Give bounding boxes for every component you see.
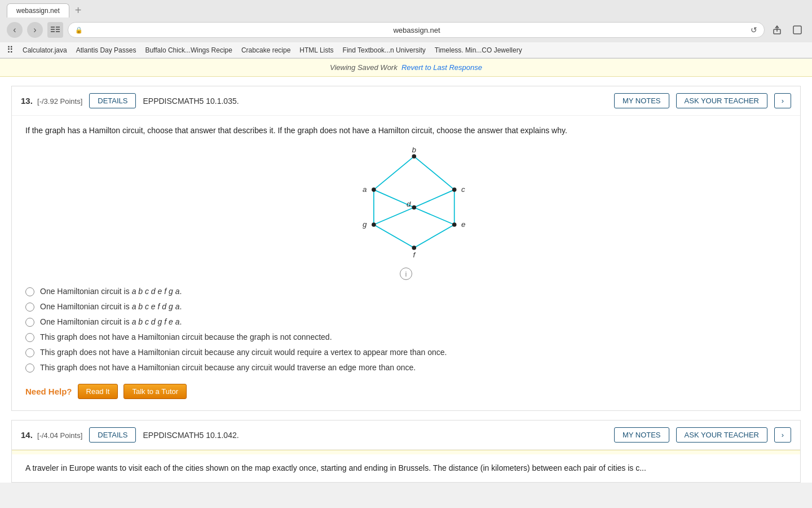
svg-rect-1 — [51, 29, 55, 30]
option-2-label: One Hamiltonian circuit is a b c e f d g… — [40, 302, 182, 311]
bookmark-3[interactable]: Buffalo Chick...Wings Recipe — [145, 46, 232, 54]
question-14-block: 14. [-/4.04 Points] DETAILS EPPDISCMATH5… — [11, 420, 801, 483]
q13-my-notes-button[interactable]: MY NOTES — [614, 93, 669, 108]
q14-body: A traveler in Europe wants to visit each… — [12, 454, 800, 482]
read-it-button[interactable]: Read It — [78, 384, 118, 399]
svg-rect-2 — [51, 31, 55, 32]
q13-number: 13. [-/3.92 Points] — [21, 96, 82, 106]
option-1: One Hamiltonian circuit is a b c d e f g… — [25, 287, 787, 296]
radio-3[interactable] — [25, 318, 34, 327]
radio-2[interactable] — [25, 303, 34, 312]
q13-code: EPPDISCMATH5 10.1.035. — [143, 97, 607, 106]
question-13-block: 13. [-/3.92 Points] DETAILS EPPDISCMATH5… — [11, 86, 801, 411]
svg-point-23 — [372, 222, 376, 227]
grid-icon[interactable]: ⠿ — [7, 45, 14, 55]
svg-text:g: g — [363, 220, 367, 229]
info-icon[interactable]: i — [400, 268, 412, 280]
lock-icon: 🔒 — [75, 27, 83, 34]
svg-line-16 — [414, 190, 454, 207]
option-1-label: One Hamiltonian circuit is a b c d e f g… — [40, 287, 182, 296]
active-tab[interactable]: webassign.net — [7, 3, 69, 17]
svg-line-17 — [374, 208, 414, 225]
bookmark-6[interactable]: Find Textbook...n University — [343, 46, 426, 54]
svg-text:e: e — [461, 220, 465, 229]
q13-body: If the graph has a Hamilton circuit, cho… — [12, 116, 800, 410]
reload-button[interactable]: ↺ — [751, 25, 757, 34]
svg-rect-5 — [56, 31, 60, 32]
option-6-label: This graph does not have a Hamiltonian c… — [40, 363, 416, 372]
q14-ask-teacher-button[interactable]: ASK YOUR TEACHER — [676, 427, 767, 443]
svg-text:d: d — [407, 200, 411, 208]
info-icon-wrap: i — [25, 268, 787, 280]
svg-line-14 — [374, 156, 414, 190]
svg-text:c: c — [461, 185, 465, 194]
fullscreen-button[interactable] — [789, 22, 805, 38]
q14-my-notes-button[interactable]: MY NOTES — [614, 427, 669, 443]
radio-6[interactable] — [25, 364, 34, 373]
graph-container: b a c d g e f — [25, 146, 787, 259]
radio-5[interactable] — [25, 348, 34, 357]
option-6: This graph does not have a Hamiltonian c… — [25, 363, 787, 373]
address-bar[interactable]: 🔒 webassign.net ↺ — [68, 22, 765, 38]
option-3: One Hamiltonian circuit is a b c d g f e… — [25, 317, 787, 327]
svg-point-20 — [372, 187, 376, 192]
forward-button[interactable]: › — [27, 22, 43, 38]
need-help-section: Need Help? Read It Talk to a Tutor — [25, 384, 787, 401]
talk-to-tutor-button[interactable]: Talk to a Tutor — [123, 384, 187, 399]
svg-line-18 — [414, 208, 454, 225]
need-help-label: Need Help? — [25, 387, 72, 396]
svg-point-24 — [452, 222, 457, 227]
add-tab-button[interactable]: + — [70, 4, 86, 17]
q13-extra-button[interactable]: › — [774, 93, 791, 108]
svg-rect-3 — [56, 27, 60, 28]
q14-extra-button[interactable]: › — [774, 427, 791, 443]
svg-point-25 — [412, 246, 416, 250]
q13-ask-teacher-button[interactable]: ASK YOUR TEACHER — [676, 93, 767, 108]
svg-rect-4 — [56, 29, 60, 30]
saved-work-banner: Viewing Saved Work Revert to Last Respon… — [0, 59, 812, 77]
bookmark-7[interactable]: Timeless. Min...CO Jewellery — [435, 46, 522, 54]
q14-yellow-banner — [12, 450, 800, 454]
q14-number: 14. [-/4.04 Points] — [21, 430, 82, 440]
svg-point-19 — [412, 154, 416, 159]
bookmark-5[interactable]: HTML Lists — [299, 46, 333, 54]
option-5-label: This graph does not have a Hamiltonian c… — [40, 348, 447, 357]
svg-point-22 — [412, 205, 416, 210]
option-2: One Hamiltonian circuit is a b c e f d g… — [25, 302, 787, 312]
bookmark-2[interactable]: Atlantis Day Passes — [76, 46, 136, 54]
bookmark-1[interactable]: Calculator.java — [23, 46, 67, 54]
revert-link[interactable]: Revert to Last Response — [401, 63, 482, 72]
question-14-header: 14. [-/4.04 Points] DETAILS EPPDISCMATH5… — [12, 421, 800, 450]
graph-svg: b a c d g e f — [344, 146, 468, 259]
share-button[interactable] — [769, 22, 785, 38]
svg-point-21 — [452, 187, 457, 192]
question-13-header: 13. [-/3.92 Points] DETAILS EPPDISCMATH5… — [12, 86, 800, 116]
svg-rect-0 — [51, 27, 55, 28]
svg-text:a: a — [363, 185, 367, 194]
svg-text:b: b — [412, 146, 416, 154]
option-5: This graph does not have a Hamiltonian c… — [25, 348, 787, 357]
svg-line-12 — [374, 225, 414, 248]
option-4-label: This graph does not have a Hamiltonian c… — [40, 332, 332, 341]
option-4: This graph does not have a Hamiltonian c… — [25, 332, 787, 342]
q14-code: EPPDISCMATH5 10.1.042. — [143, 431, 607, 440]
q14-details-button[interactable]: DETAILS — [89, 427, 136, 443]
bookmarks-bar: ⠿ Calculator.java Atlantis Day Passes Bu… — [0, 42, 812, 58]
options-list: One Hamiltonian circuit is a b c d e f g… — [25, 287, 787, 373]
svg-text:f: f — [413, 251, 416, 259]
q14-question-text: A traveler in Europe wants to visit each… — [25, 462, 787, 474]
saved-text: Viewing Saved Work — [330, 63, 398, 72]
svg-rect-8 — [793, 26, 801, 34]
radio-4[interactable] — [25, 333, 34, 342]
option-3-label: One Hamiltonian circuit is a b c d g f e… — [40, 317, 182, 326]
q13-details-button[interactable]: DETAILS — [89, 93, 136, 108]
q13-question-text: If the graph has a Hamilton circuit, cho… — [25, 125, 787, 137]
back-button[interactable]: ‹ — [7, 22, 23, 38]
bookmark-4[interactable]: Crabcake recipe — [241, 46, 290, 54]
reader-button[interactable] — [47, 22, 63, 38]
svg-line-11 — [414, 225, 454, 248]
svg-line-9 — [414, 156, 454, 190]
url-text: webassign.net — [86, 26, 747, 34]
radio-1[interactable] — [25, 287, 34, 296]
